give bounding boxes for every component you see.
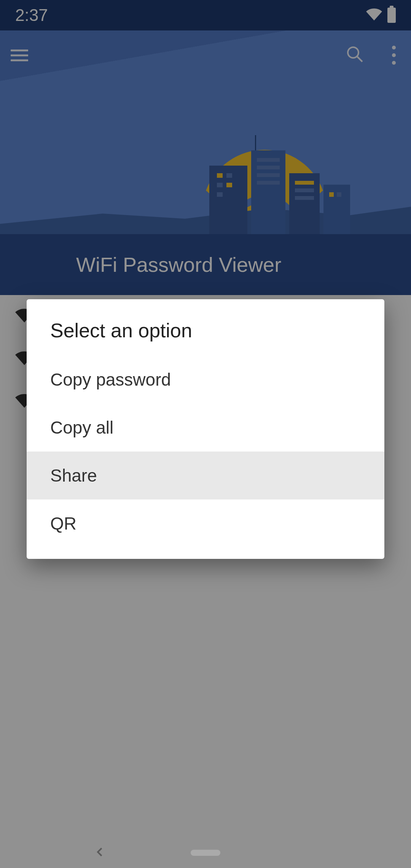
dialog-options: Copy password Copy all Share QR	[27, 356, 384, 547]
home-pill[interactable]	[191, 850, 220, 856]
back-icon[interactable]	[93, 845, 107, 860]
option-qr[interactable]: QR	[27, 499, 384, 547]
dialog-padding	[27, 547, 384, 559]
option-copy-password[interactable]: Copy password	[27, 356, 384, 404]
option-copy-all[interactable]: Copy all	[27, 404, 384, 452]
nav-bar	[0, 838, 411, 868]
dialog-title: Select an option	[27, 299, 384, 356]
options-dialog: Select an option Copy password Copy all …	[27, 299, 384, 559]
modal-overlay[interactable]: Select an option Copy password Copy all …	[0, 0, 411, 868]
option-share[interactable]: Share	[27, 452, 384, 499]
